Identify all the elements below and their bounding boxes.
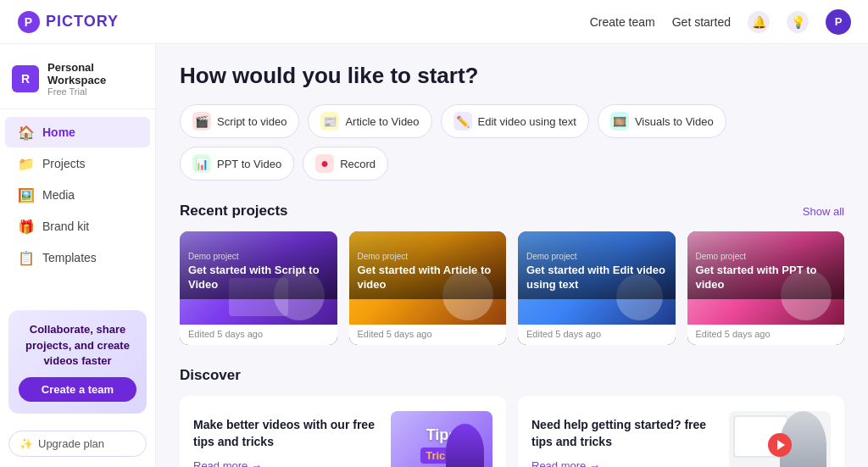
project-tag-1: Demo project [188, 252, 329, 261]
sidebar-item-projects[interactable]: 📁 Projects [5, 148, 150, 179]
show-all-link[interactable]: Show all [803, 205, 844, 218]
tab-script-to-video[interactable]: 🎬 Script to video [180, 104, 299, 138]
tab-visuals-to-video[interactable]: 🎞️ Visuals to Video [598, 104, 726, 138]
main-content: How would you like to start? 🎬 Script to… [156, 44, 868, 467]
workspace-name: Personal Workspace [47, 61, 143, 86]
project-overlay-4: Demo project Get started with PPT to vid… [687, 231, 845, 299]
project-overlay-3: Demo project Get started with Edit video… [518, 231, 676, 299]
sidebar-label-templates: Templates [42, 251, 97, 264]
sidebar-promo-text: Collaborate, share projects, and create … [19, 322, 136, 369]
home-icon: 🏠 [19, 125, 34, 140]
script-icon: 🎬 [192, 112, 211, 131]
project-tag-3: Demo project [526, 252, 667, 261]
sidebar-promo: Collaborate, share projects, and create … [8, 310, 147, 414]
logo[interactable]: P PICTORY [17, 10, 119, 34]
templates-icon: 📋 [19, 250, 34, 265]
discover-card-1[interactable]: Make better videos with our free tips an… [180, 396, 506, 467]
discover-header: Discover [180, 367, 844, 384]
tab-article-label: Article to Video [345, 115, 419, 128]
project-tag-2: Demo project [358, 252, 498, 261]
workspace-plan: Free Trial [47, 86, 143, 97]
nav-menu: 🏠 Home 📁 Projects 🖼️ Media 🎁 Brand kit 📋… [0, 116, 155, 274]
create-team-button[interactable]: Create a team [19, 377, 136, 402]
workspace-section: R Personal Workspace Free Trial [0, 54, 155, 109]
project-name-1: Get started with Script to Video [188, 264, 329, 292]
discover-card-2[interactable]: Need help getting started? free tips and… [518, 396, 844, 467]
discover-card-2-content: Need help getting started? free tips and… [531, 417, 719, 467]
user-avatar[interactable]: P [826, 9, 851, 35]
discover-title: Discover [180, 367, 241, 384]
workspace-info: Personal Workspace Free Trial [47, 61, 143, 97]
ppt-icon: 📊 [192, 154, 211, 173]
project-card-3[interactable]: Demo project Get started with Edit video… [518, 231, 676, 345]
recent-projects-title: Recent projects [180, 203, 288, 220]
project-time-1: Edited 5 days ago [180, 325, 337, 345]
article-icon: 📰 [320, 112, 339, 131]
play-triangle-icon [777, 440, 785, 450]
tab-edit-label: Edit video using text [478, 115, 576, 128]
sidebar-label-media: Media [42, 188, 75, 202]
main-layout: R Personal Workspace Free Trial 🏠 Home 📁… [0, 44, 868, 467]
discover-read-more-1[interactable]: Read more → [193, 459, 262, 467]
tab-ppt-to-video[interactable]: 📊 PPT to Video [180, 147, 294, 181]
creation-tabs: 🎬 Script to video 📰 Article to Video ✏️ … [180, 104, 844, 181]
project-name-2: Get started with Article to video [358, 264, 498, 292]
sidebar-label-home: Home [42, 125, 75, 139]
project-time-4: Edited 5 days ago [687, 325, 845, 345]
idea-icon[interactable]: 💡 [787, 11, 809, 33]
workspace-letter: R [12, 65, 39, 92]
project-overlay-2: Demo project Get started with Article to… [349, 231, 507, 299]
person-silhouette-1 [446, 424, 484, 467]
workspace-box[interactable]: R Personal Workspace Free Trial [12, 61, 143, 97]
sidebar-label-brand: Brand kit [42, 220, 89, 233]
recent-projects-header: Recent projects Show all [180, 203, 844, 220]
page-title: How would you like to start? [180, 63, 844, 89]
upgrade-icon: ✨ [19, 437, 33, 450]
discover-read-more-2[interactable]: Read more → [531, 459, 600, 467]
sidebar-item-templates[interactable]: 📋 Templates [5, 242, 150, 273]
discover-grid: Make better videos with our free tips an… [180, 396, 844, 467]
record-icon: ● [315, 154, 334, 173]
tab-record-label: Record [340, 158, 376, 170]
tab-record[interactable]: ● Record [303, 147, 388, 181]
project-name-3: Get started with Edit video using text [526, 264, 667, 292]
discover-card-1-title: Make better videos with our free tips an… [193, 417, 381, 450]
logo-text: PICTORY [46, 13, 119, 31]
sidebar-item-brand-kit[interactable]: 🎁 Brand kit [5, 211, 150, 242]
create-team-link[interactable]: Create team [590, 15, 655, 29]
project-card-2[interactable]: Demo project Get started with Article to… [349, 231, 507, 345]
notification-icon[interactable]: 🔔 [748, 11, 770, 33]
project-tag-4: Demo project [696, 252, 837, 261]
project-time-3: Edited 5 days ago [518, 325, 676, 345]
brand-icon: 🎁 [19, 219, 34, 234]
project-card-1[interactable]: Demo project Get started with Script to … [180, 231, 337, 345]
tab-ppt-label: PPT to Video [217, 158, 281, 170]
edit-icon: ✏️ [453, 112, 472, 131]
upgrade-label: Upgrade plan [38, 437, 104, 450]
project-time-2: Edited 5 days ago [349, 325, 507, 345]
sidebar-label-projects: Projects [42, 157, 86, 170]
discover-thumb-1: Tips Tricks [391, 411, 492, 467]
discover-thumb-2 [729, 411, 831, 467]
tab-visuals-label: Visuals to Video [635, 115, 714, 128]
pictory-logo-icon: P [17, 10, 41, 34]
discover-card-2-title: Need help getting started? free tips and… [531, 417, 719, 450]
tab-article-to-video[interactable]: 📰 Article to Video [308, 104, 431, 138]
get-started-link[interactable]: Get started [672, 15, 731, 29]
svg-text:P: P [25, 15, 33, 29]
top-navigation: P PICTORY Create team Get started 🔔 💡 P [0, 0, 868, 44]
project-name-4: Get started with PPT to video [696, 264, 837, 292]
sidebar-item-media[interactable]: 🖼️ Media [5, 180, 150, 210]
projects-icon: 📁 [19, 156, 34, 171]
sidebar-item-home[interactable]: 🏠 Home [5, 117, 150, 147]
visuals-icon: 🎞️ [610, 112, 629, 131]
sidebar: R Personal Workspace Free Trial 🏠 Home 📁… [0, 44, 156, 467]
topnav-right: Create team Get started 🔔 💡 P [590, 9, 851, 35]
play-button [768, 433, 792, 457]
upgrade-plan-button[interactable]: ✨ Upgrade plan [8, 431, 147, 457]
project-card-4[interactable]: Demo project Get started with PPT to vid… [687, 231, 845, 345]
project-overlay-1: Demo project Get started with Script to … [180, 231, 337, 299]
tab-edit-video-text[interactable]: ✏️ Edit video using text [441, 104, 589, 138]
discover-card-1-content: Make better videos with our free tips an… [193, 417, 381, 467]
projects-grid: Demo project Get started with Script to … [180, 231, 844, 345]
